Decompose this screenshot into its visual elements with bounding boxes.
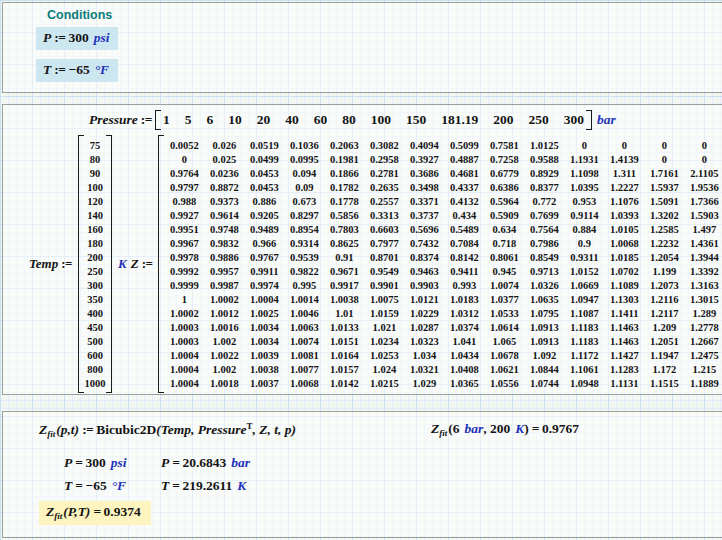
z-cell: 0.1036 [290, 140, 319, 151]
temp-value: 120 [87, 196, 103, 207]
pressure-value: 150 [406, 112, 426, 128]
z-cell: 1.0038 [330, 294, 359, 305]
z-cell: 0.434 [453, 210, 477, 221]
p-var: P [43, 30, 51, 45]
z-cell: 1.041 [453, 336, 477, 347]
z-cell: 0.8625 [330, 238, 359, 249]
z-cell: 0.5964 [490, 196, 519, 207]
pressure-values: 1561020406080100150181.19200250300 [155, 110, 592, 130]
z-cell: 1.0744 [530, 378, 559, 389]
z-cell: 0.7564 [530, 224, 559, 235]
conditions-region: Conditions P:=300psi T:=−65°F [2, 2, 722, 93]
pressure-value: 40 [285, 112, 299, 128]
z-cell: 1.0434 [450, 350, 479, 361]
z-cell: 0.995 [293, 280, 317, 291]
z-cell: 2.1105 [690, 168, 718, 179]
z-cell: 1.0913 [530, 322, 559, 333]
z-cell: 0.884 [573, 224, 597, 235]
z-cell: 0.9822 [290, 266, 319, 277]
z-cell: 1.0159 [370, 308, 399, 319]
z-cell: 1.0312 [450, 308, 479, 319]
z-cell: 0.09 [295, 182, 313, 193]
z-cell: 0.9951 [170, 224, 199, 235]
z-cell: 1.021 [373, 322, 397, 333]
z-cell: 0.1782 [330, 182, 359, 193]
t-var: T [161, 478, 169, 493]
temp-value: 800 [87, 364, 103, 375]
z-cell: 1.2475 [690, 350, 719, 361]
z-cell: 1.0142 [330, 378, 359, 389]
pressure-var: Pressure [89, 112, 138, 128]
zfit-subscript: fit [47, 429, 55, 439]
z-cell: 1.0702 [610, 266, 639, 277]
temp-z-matrix-definition[interactable]: Temp:= 758090100120140160180200250300350… [29, 135, 722, 393]
p-definition[interactable]: P:=300psi [36, 27, 118, 50]
t-evaluation-k[interactable]: T=219.2611K [161, 478, 246, 494]
z-cell: 1.0215 [370, 378, 399, 389]
t-unit: K [237, 478, 246, 493]
z-cell: 0.9911 [250, 266, 278, 277]
temp-unit: K [118, 256, 127, 272]
temp-value: 200 [87, 252, 103, 263]
z-cell: 1.1098 [570, 168, 599, 179]
assign-op: := [79, 422, 96, 437]
zfit-var: Z [431, 421, 439, 436]
p-evaluation-bar[interactable]: P=20.6843bar [161, 455, 250, 471]
z-cell: 0.9832 [210, 238, 239, 249]
z-cell: 0.9614 [210, 210, 239, 221]
z-cell: 1.0075 [370, 294, 399, 305]
z-cell: 1.2227 [610, 182, 639, 193]
temp-value: 75 [90, 140, 101, 151]
z-cell: 1.1947 [650, 350, 679, 361]
t-evaluation-f[interactable]: T=−65°F [64, 478, 126, 494]
data-region: Pressure:= 1561020406080100150181.192002… [2, 104, 722, 395]
z-cell: 0.2781 [370, 168, 399, 179]
z-cell: 0.5696 [410, 224, 439, 235]
z-cell: 1.0003 [170, 336, 199, 347]
pressure-vector-definition[interactable]: Pressure:= 1561020406080100150181.192002… [89, 110, 616, 130]
z-cell: 1.2778 [690, 322, 719, 333]
temp-value: 250 [87, 266, 103, 277]
z-cell: 1.0025 [250, 308, 279, 319]
p-evaluation-psi[interactable]: P=300psi [64, 455, 126, 471]
zfit-definition[interactable]: Zfit(p,t):=Bicubic2D(Temp, PressureT, Z,… [39, 421, 296, 439]
zfit-sample-evaluation[interactable]: Zfit(6bar, 200K)=0.9767 [431, 421, 579, 438]
z-cell: 1.1463 [610, 336, 639, 347]
t-value: −65 [68, 62, 89, 77]
temp-value: 350 [87, 294, 103, 305]
z-cell: 1.0321 [410, 364, 439, 375]
z-cell: 1.0669 [570, 280, 599, 291]
z-cell: 0.9917 [330, 280, 359, 291]
z-cell: 0.7977 [370, 238, 399, 249]
z-cell: 1.0844 [530, 364, 559, 375]
z-cell: 0.9671 [330, 266, 359, 277]
z-cell: 0 [702, 154, 707, 165]
z-cell: 1.065 [493, 336, 517, 347]
z-cell: 1.0678 [490, 350, 519, 361]
z-cell: 1.0185 [610, 252, 639, 263]
z-cell: 0.6779 [490, 168, 519, 179]
z-cell: 1.0034 [250, 336, 279, 347]
z-cell: 0.9588 [530, 154, 559, 165]
z-cell: 0.9205 [250, 210, 279, 221]
t-definition[interactable]: T:=−65°F [36, 59, 118, 82]
pressure-value: 20 [257, 112, 271, 128]
z-cell: 0.8377 [530, 182, 559, 193]
z-cell: 0.5909 [490, 210, 519, 221]
z-cell: 1.0074 [490, 280, 519, 291]
z-cell: 0.0453 [250, 168, 279, 179]
pressure-value: 181.19 [441, 112, 478, 128]
z-cell: 1.1303 [610, 294, 639, 305]
z-cell: 1.0046 [290, 308, 319, 319]
z-cell: 0.7432 [410, 238, 439, 249]
p-value: 300 [68, 30, 88, 45]
z-cell: 1.0016 [210, 322, 239, 333]
zfit-result-args: (P,T) [63, 504, 90, 519]
z-cell: 1 [182, 294, 187, 305]
z-cell: 1.199 [653, 266, 677, 277]
z-cell: 1.092 [533, 350, 557, 361]
z-cell: 1.0151 [330, 336, 359, 347]
zfit-result[interactable]: Zfit(P,T)=0.9374 [39, 501, 151, 525]
z-cell: 1.0635 [530, 294, 559, 305]
z-cell: 0.8954 [290, 224, 319, 235]
